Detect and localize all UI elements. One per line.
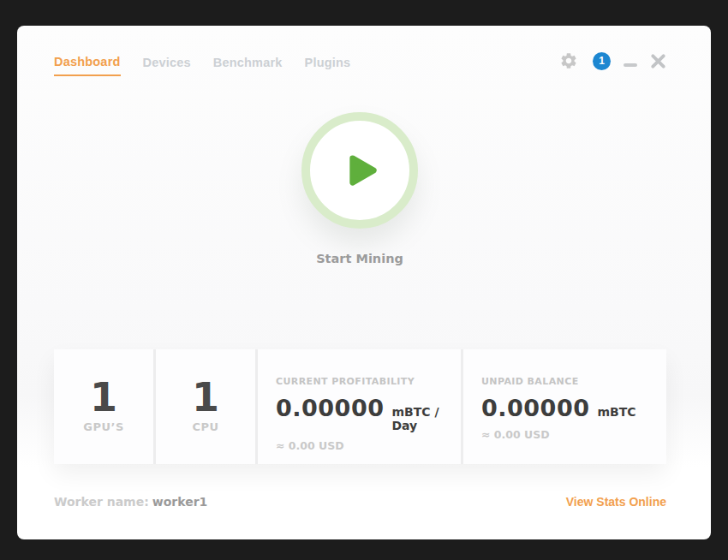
view-stats-online-link[interactable]: View Stats Online [566,495,666,509]
gear-icon [559,51,578,70]
profitability-value-row: 0.00000 mBTC / Day [276,395,461,432]
minimize-button[interactable] [624,55,637,67]
notification-count: 1 [599,55,605,67]
tab-plugins[interactable]: Plugins [305,50,351,76]
unpaid-balance-fiat: ≈ 0.00 USD [481,428,666,441]
desktop-background: Dashboard Devices Benchmark Plugins 1 [0,0,728,560]
worker-name-value: worker1 [152,495,208,509]
gpu-count-card: 1 GPU’S [54,349,153,464]
footer-bar: Worker name:worker1 View Stats Online [54,495,666,509]
window-controls: 1 [559,51,666,70]
play-icon [347,152,379,188]
stats-panel: 1 GPU’S 1 CPU CURRENT PROFITABILITY 0.00… [54,349,666,464]
cpu-count-label: CPU [192,420,218,433]
profitability-value: 0.00000 [276,395,384,421]
profitability-title: CURRENT PROFITABILITY [276,376,461,387]
cpu-count-card: 1 CPU [156,349,255,464]
unpaid-balance-title: UNPAID BALANCE [481,376,666,387]
close-icon [650,53,666,69]
tab-devices[interactable]: Devices [143,50,191,76]
gpu-count-label: GPU’S [83,420,124,433]
unpaid-balance-value-row: 0.00000 mBTC [481,395,666,421]
start-mining-button[interactable] [301,112,418,229]
notification-badge[interactable]: 1 [593,52,611,70]
unpaid-balance-unit: mBTC [597,405,636,419]
settings-button[interactable] [559,51,578,70]
close-button[interactable] [650,53,666,69]
app-window: Dashboard Devices Benchmark Plugins 1 [17,26,711,539]
profitability-unit: mBTC / Day [391,405,461,432]
cpu-count-value: 1 [192,377,219,418]
unpaid-balance-card: UNPAID BALANCE 0.00000 mBTC ≈ 0.00 USD [463,349,666,464]
tab-dashboard[interactable]: Dashboard [54,50,121,76]
profitability-fiat: ≈ 0.00 USD [276,439,461,452]
start-mining-label: Start Mining [316,252,403,265]
header-bar: Dashboard Devices Benchmark Plugins 1 [54,50,666,76]
main-tabs: Dashboard Devices Benchmark Plugins [54,50,350,76]
worker-name-label: Worker name: [54,495,149,509]
profitability-card: CURRENT PROFITABILITY 0.00000 mBTC / Day… [258,349,461,464]
minimize-icon [624,63,637,67]
worker-name-row: Worker name:worker1 [54,495,207,509]
tab-benchmark[interactable]: Benchmark [213,50,283,76]
unpaid-balance-value: 0.00000 [481,395,589,421]
gpu-count-value: 1 [90,377,117,418]
